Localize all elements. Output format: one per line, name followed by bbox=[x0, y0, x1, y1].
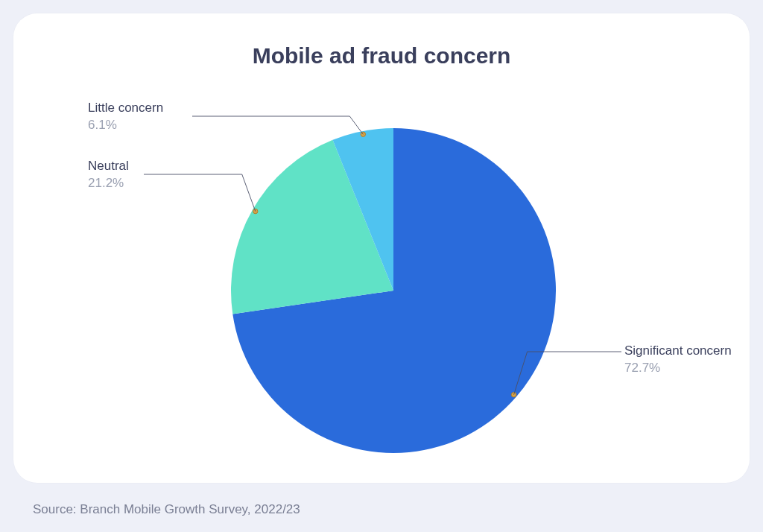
pie-chart: Significant concern72.7%Neutral21.2%Litt… bbox=[43, 76, 720, 463]
slice-label-pct: 72.7% bbox=[624, 360, 732, 377]
slice-label-0: Significant concern72.7% bbox=[624, 343, 732, 377]
slice-label-name: Significant concern bbox=[624, 343, 732, 360]
chart-title: Mobile ad fraud concern bbox=[43, 43, 720, 69]
leader-line-2 bbox=[192, 116, 363, 134]
slice-label-name: Little concern bbox=[88, 100, 163, 117]
chart-card: Mobile ad fraud concern Significant conc… bbox=[13, 13, 750, 483]
source-caption: Source: Branch Mobile Growth Survey, 202… bbox=[33, 502, 300, 517]
pie-svg bbox=[43, 76, 720, 463]
leader-line-1 bbox=[144, 174, 256, 212]
slice-label-name: Neutral bbox=[88, 158, 129, 175]
slice-label-pct: 6.1% bbox=[88, 117, 163, 134]
slice-label-pct: 21.2% bbox=[88, 175, 129, 192]
leader-dot-1 bbox=[253, 209, 258, 213]
slice-label-1: Neutral21.2% bbox=[88, 158, 129, 192]
slice-label-2: Little concern6.1% bbox=[88, 100, 163, 134]
